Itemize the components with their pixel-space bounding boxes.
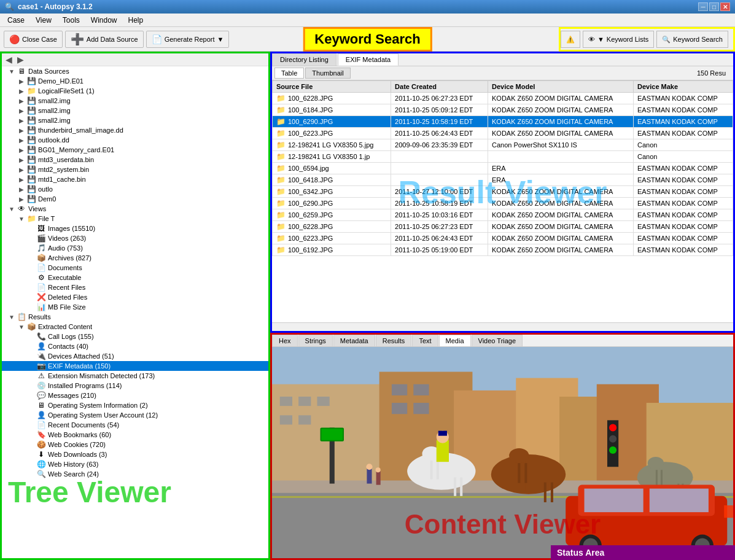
tree-item-executable[interactable]: ⚙ Executable [2, 273, 268, 282]
table-row[interactable]: 📁100_6290.JPG2011-10-25 10:58:19 EDTKODA… [273, 116, 733, 128]
table-row[interactable]: 📁100_6418.JPGERAEASTMAN KODAK COMP [273, 174, 733, 186]
tab-results[interactable]: Results [376, 335, 412, 346]
tree-item-results[interactable]: ▼ 📋 Results [2, 312, 268, 322]
table-row[interactable]: 📁100_6192.JPG2011-10-25 05:19:00 EDTKODA… [273, 244, 733, 256]
tree-item-outlook[interactable]: ▶ 💾 outlook.dd [2, 135, 268, 145]
table-row[interactable]: 📁100_6342.JPG2011-10-27 12:10:00 EDTKODA… [273, 186, 733, 198]
tab-media[interactable]: Media [439, 335, 471, 346]
view-tab-thumbnail[interactable]: Thumbnail [305, 68, 350, 79]
tree-item-web-history[interactable]: 🌐 Web History (63) [2, 459, 268, 469]
tab-metadata[interactable]: Metadata [333, 335, 375, 346]
col-date-created[interactable]: Date Created [391, 81, 488, 93]
close-button[interactable]: ✕ [720, 2, 730, 11]
view-tab-table[interactable]: Table [274, 68, 304, 79]
tree-item-installed[interactable]: 💿 Installed Programs (114) [2, 381, 268, 391]
tab-exif-metadata[interactable]: EXIF Metadata [338, 53, 399, 66]
tree-item-mtd1[interactable]: ▶ 💾 mtd1_cache.bin [2, 174, 268, 184]
table-row[interactable]: 📁100_6259.JPG2011-10-25 10:03:16 EDTKODA… [273, 209, 733, 221]
keyword-lists-button[interactable]: 👁 ▼ Keyword Lists [583, 31, 654, 48]
tree-item-videos[interactable]: 🎬 Videos (263) [2, 233, 268, 243]
tree-item-documents[interactable]: 📄 Documents [2, 263, 268, 273]
svg-rect-30 [454, 477, 456, 496]
col-source-file[interactable]: Source File [273, 81, 391, 93]
tree-item-bg01[interactable]: ▶ 💾 BG01_Memory_card.E01 [2, 145, 268, 155]
tree-item-mb-filesize[interactable]: 📊 MB File Size [2, 302, 268, 312]
tree-item-outlo[interactable]: ▶ 💾 outlo [2, 184, 268, 194]
tree-item-devices[interactable]: 🔌 Devices Attached (51) [2, 351, 268, 361]
tree-item-small2-2[interactable]: ▶ 💾 small2.img [2, 106, 268, 115]
maximize-button[interactable]: □ [709, 2, 719, 11]
tree-item-small2-3[interactable]: ▶ 💾 small2.img [2, 115, 268, 125]
table-row[interactable]: 📁100_6223.JPG2011-10-25 06:24:43 EDTKODA… [273, 128, 733, 139]
table-row[interactable]: 📁100_6228.JPG2011-10-25 06:27:23 EDTKODA… [273, 221, 733, 233]
result-table[interactable]: Source File Date Created Device Model De… [272, 80, 733, 322]
table-row[interactable]: 📁100_6184.JPG2011-10-25 05:09:12 EDTKODA… [273, 104, 733, 116]
expand-icon: ▶ [17, 98, 26, 104]
tree-item-thunderbird[interactable]: ▶ 💾 thunderbird_small_image.dd [2, 125, 268, 135]
tree-item-small2-1[interactable]: ▶ 💾 small2.img [2, 96, 268, 106]
content-image [272, 347, 733, 558]
back-arrow[interactable]: ◀ [4, 55, 14, 64]
status-bar: Status Area [551, 545, 735, 560]
table-row[interactable]: 📁100_6594.jpgERAEASTMAN KODAK COMP [273, 163, 733, 174]
tree-item-images[interactable]: 🖼 Images (15510) [2, 224, 268, 233]
close-case-icon: 🔴 [9, 34, 20, 44]
tree-item-recent-docs[interactable]: 📄 Recent Documents (54) [2, 420, 268, 430]
cell-source-file: 📁100_6342.JPG [273, 186, 391, 198]
tree-label: Archives (827) [48, 254, 91, 262]
menu-help[interactable]: Help [123, 15, 149, 26]
tab-video-triage[interactable]: Video Triage [472, 335, 523, 346]
tab-text[interactable]: Text [412, 335, 438, 346]
table-row[interactable]: 📁12-198241 LG VX8350 5.jpg2009-09-06 23:… [273, 139, 733, 151]
tree-item-call-logs[interactable]: 📞 Call Logs (155) [2, 332, 268, 341]
tab-directory-listing[interactable]: Directory Listing [272, 53, 336, 66]
add-data-source-button[interactable]: ➕ Add Data Source [65, 31, 144, 48]
doc-icon: 📄 [36, 263, 46, 272]
tree-item-contacts[interactable]: 👤 Contacts (40) [2, 341, 268, 351]
tree-item-web-downloads[interactable]: ⬇ Web Downloads (3) [2, 449, 268, 459]
table-row[interactable]: 📁100_6228.JPG2011-10-25 06:27:23 EDTKODA… [273, 93, 733, 104]
minimize-button[interactable]: ─ [698, 2, 708, 11]
tree-item-web-bookmarks[interactable]: 🔖 Web Bookmarks (60) [2, 430, 268, 440]
tree-content: ▼ 🖥 Data Sources ▶ 💾 Demo_HD.E01 ▶ 📁 Log… [2, 66, 268, 479]
menu-tools[interactable]: Tools [58, 15, 85, 26]
tree-item-web-search[interactable]: 🔍 Web Search (24) [2, 469, 268, 479]
tree-item-datasources[interactable]: ▼ 🖥 Data Sources [2, 66, 268, 76]
warning-button[interactable]: ⚠️ [561, 31, 580, 48]
menu-view[interactable]: View [31, 15, 56, 26]
tree-item-os-info[interactable]: 🖥 Operating System Information (2) [2, 400, 268, 410]
tree-item-deleted-files[interactable]: ❌ Deleted Files [2, 292, 268, 302]
tree-item-mtd2[interactable]: ▶ 💾 mtd2_system.bin [2, 165, 268, 174]
tree-item-audio[interactable]: 🎵 Audio (753) [2, 243, 268, 253]
tab-strings[interactable]: Strings [298, 335, 333, 346]
tab-hex[interactable]: Hex [272, 335, 298, 346]
table-toolbar-left: Table Thumbnail [274, 68, 351, 79]
tree-item-recent-files[interactable]: 📄 Recent Files [2, 282, 268, 292]
tree-item-archives[interactable]: 📦 Archives (827) [2, 253, 268, 263]
col-device-make[interactable]: Device Make [634, 81, 733, 93]
tree-item-web-cookies[interactable]: 🍪 Web Cookies (720) [2, 440, 268, 449]
tree-item-dem0[interactable]: ▶ 💾 Dem0 [2, 194, 268, 204]
horizontal-scrollbar[interactable] [272, 322, 733, 331]
keyword-search-button[interactable]: 🔍 Keyword Search [656, 31, 728, 48]
forward-arrow[interactable]: ▶ [16, 55, 25, 64]
col-device-model[interactable]: Device Model [488, 81, 634, 93]
tree-item-views[interactable]: ▼ 👁 Views [2, 204, 268, 214]
tree-item-messages[interactable]: 💬 Messages (210) [2, 391, 268, 400]
menu-window[interactable]: Window [86, 15, 122, 26]
generate-report-button[interactable]: 📄 Generate Report ▼ [146, 31, 230, 48]
tree-item-logicalfileset[interactable]: ▶ 📁 LogicalFileSet1 (1) [2, 86, 268, 96]
tree-item-filet[interactable]: ▼ 📁 File T [2, 214, 268, 224]
tree-item-extension-mismatch[interactable]: ⚠ Extension Mismatch Detected (173) [2, 371, 268, 381]
expand-icon [26, 363, 36, 370]
menu-case[interactable]: Case [2, 15, 29, 26]
table-row[interactable]: 📁100_6223.JPG2011-10-25 06:24:43 EDTKODA… [273, 233, 733, 244]
table-row[interactable]: 📁12-198241 LG VX8350 1.jpCanon [273, 151, 733, 163]
close-case-button[interactable]: 🔴 Close Case [4, 31, 63, 48]
tree-item-mtd3[interactable]: ▶ 💾 mtd3_userdata.bin [2, 155, 268, 165]
tree-item-os-user[interactable]: 👤 Operating System User Account (12) [2, 410, 268, 420]
tree-item-extracted[interactable]: ▼ 📦 Extracted Content [2, 322, 268, 332]
tree-item-exif[interactable]: 📷 EXIF Metadata (150) [2, 361, 268, 371]
table-row[interactable]: 📁100_6290.JPG2011-10-25 10:58:19 EDTKODA… [273, 198, 733, 209]
tree-item-demo-hd[interactable]: ▶ 💾 Demo_HD.E01 [2, 76, 268, 86]
